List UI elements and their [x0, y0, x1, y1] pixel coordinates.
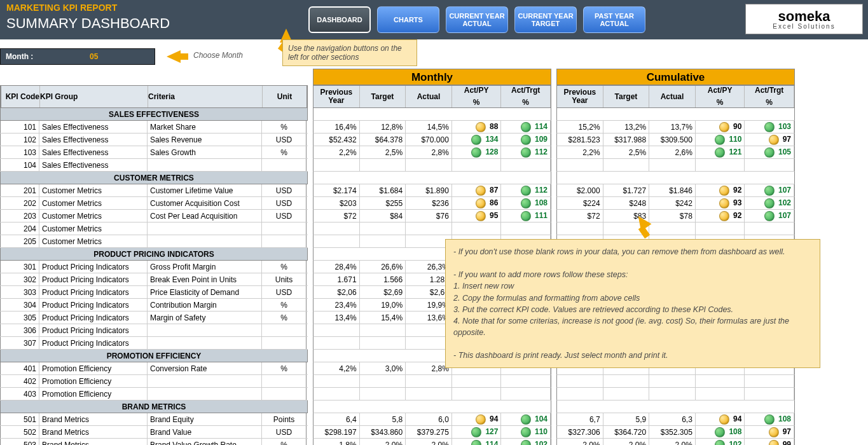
cell-act-py: 110: [696, 134, 745, 146]
cell-group: Brand Metrics: [39, 413, 148, 425]
pct-value: 114: [535, 123, 548, 131]
cell-code: 202: [0, 197, 39, 209]
cell-actual: $236: [406, 197, 452, 209]
cell-prev-year: $52.432: [313, 134, 360, 146]
logo-subtext: Excel Solutions: [773, 23, 835, 30]
cell-actual: $309.500: [649, 134, 696, 146]
data-row: $52.432 $64.378 $70.000 134 109: [313, 134, 551, 146]
cell-prev-year: 13,4%: [313, 312, 360, 324]
month-label: Month :: [1, 52, 52, 61]
kpi-row: 104 Sales Effectiveness: [0, 159, 308, 172]
group-spacer: [556, 108, 795, 121]
cell-prev-year: 2,2%: [313, 146, 360, 158]
pct-value: 87: [490, 186, 498, 195]
pct-value: 102: [535, 441, 548, 445]
nav-current-year-target-button[interactable]: CURRENT YEAR TARGET: [514, 6, 577, 33]
status-dot-icon: [764, 186, 775, 196]
cell-prev-year: $203: [313, 197, 360, 209]
cell-unit: %: [262, 362, 307, 374]
cell-code: 402: [0, 375, 39, 387]
pct-value: 103: [778, 123, 791, 131]
cell-target: $1.727: [603, 184, 650, 196]
cell-prev-year: $298.197: [313, 426, 360, 438]
cell-act-py: 102: [696, 439, 745, 445]
cell-target: 12,8%: [360, 121, 406, 133]
pct-value: 86: [490, 199, 498, 207]
cell-criteria: Gross Profit Margin: [148, 261, 262, 273]
kpi-row: 401 Promotion Efficiency Conversion Rate…: [0, 362, 308, 375]
status-dot-icon: [476, 198, 486, 209]
cell-act-py: 94: [696, 413, 745, 425]
cell-criteria: Sales Revenue: [148, 134, 262, 146]
cell-criteria: [148, 337, 262, 349]
cell-unit: [262, 324, 307, 336]
cell-target: 3,0%: [360, 362, 406, 374]
pct-value: 97: [783, 135, 791, 144]
cell-criteria: [148, 159, 262, 171]
cell-criteria: Contribution Margin: [148, 299, 262, 311]
cell-prev-year: $72: [313, 210, 360, 222]
cell-target: 15,4%: [360, 312, 406, 324]
nav-charts-button[interactable]: CHARTS: [377, 6, 439, 33]
cell-prev-year: $2.174: [313, 184, 360, 196]
cell-target: 1.566: [360, 273, 406, 285]
cell-group: Sales Effectiveness: [39, 121, 148, 133]
status-dot-icon: [719, 122, 729, 132]
status-dot-icon: [471, 427, 481, 437]
data-row: $298.197 $343.860 $379.275 127 110: [313, 426, 551, 439]
cell-unit: %: [262, 439, 307, 445]
cell-act-py: 94: [452, 413, 502, 425]
kpi-row: 306 Product Pricing Indicators: [0, 324, 308, 337]
cell-act-py: 128: [452, 146, 502, 158]
nav-dashboard-button[interactable]: DASHBOARD: [308, 6, 371, 33]
nav-bar: DASHBOARD CHARTS CURRENT YEAR ACTUAL CUR…: [302, 0, 645, 39]
cell-act-trgt: 107: [745, 184, 794, 196]
status-dot-icon: [764, 198, 775, 209]
pct-value: 111: [535, 212, 548, 220]
cell-target: 19,0%: [360, 299, 406, 311]
cell-prev-year: 28,4%: [313, 261, 360, 273]
pct-value: 104: [535, 415, 548, 423]
cell-code: 104: [0, 159, 39, 171]
cell-act-py: 86: [452, 197, 502, 209]
cell-group: Brand Metrics: [39, 426, 148, 438]
cell-code: 203: [0, 210, 39, 222]
cell-criteria: Price Elasticity of Demand: [148, 286, 262, 298]
cell-group: Sales Effectiveness: [39, 146, 148, 158]
pct-value: 121: [729, 148, 741, 156]
status-dot-icon: [521, 186, 531, 196]
kpi-row: 301 Product Pricing Indicators Gross Pro…: [0, 261, 308, 273]
cell-prev-year: 6,4: [313, 413, 360, 425]
page-title: SUMMARY DASHBOARD: [6, 13, 302, 32]
nav-past-year-actual-button[interactable]: PAST YEAR ACTUAL: [583, 6, 645, 33]
cell-group: Product Pricing Indicators: [39, 261, 148, 273]
col-actual: Actual: [406, 86, 452, 107]
month-selector[interactable]: Month : 05: [0, 48, 155, 65]
cell-unit: Units: [262, 273, 307, 285]
pct-value: 92: [733, 212, 741, 220]
kpi-row: 501 Brand Metrics Brand Equity Points: [0, 413, 308, 426]
status-dot-icon: [719, 198, 729, 209]
cell-prev-year: 2,2%: [557, 146, 603, 158]
cell-act-py: 121: [696, 146, 745, 158]
cell-code: 205: [0, 235, 39, 247]
status-dot-icon: [476, 122, 486, 132]
cell-group: Promotion Efficiency: [39, 375, 148, 387]
cell-criteria: Cost Per Lead Acquisition: [148, 210, 262, 222]
kpi-row: 403 Promotion Efficiency: [0, 388, 308, 400]
cell-unit: USD: [262, 197, 307, 209]
cell-prev-year: 4,2%: [313, 362, 360, 374]
cell-act-trgt: 109: [501, 134, 551, 146]
cell-target: $364.720: [603, 426, 650, 438]
status-dot-icon: [521, 414, 531, 425]
status-dot-icon: [476, 414, 486, 425]
data-row-empty: [313, 222, 551, 235]
kpi-row: 205 Customer Metrics: [0, 235, 308, 248]
cell-act-py: 127: [452, 426, 502, 438]
data-row-empty: [556, 375, 795, 388]
status-dot-icon: [769, 135, 779, 145]
nav-current-year-actual-button[interactable]: CURRENT YEAR ACTUAL: [446, 6, 508, 33]
cell-group: Product Pricing Indicators: [39, 273, 148, 285]
cell-criteria: Conversion Rate: [148, 362, 262, 374]
cell-prev-year: 1.671: [313, 273, 360, 285]
